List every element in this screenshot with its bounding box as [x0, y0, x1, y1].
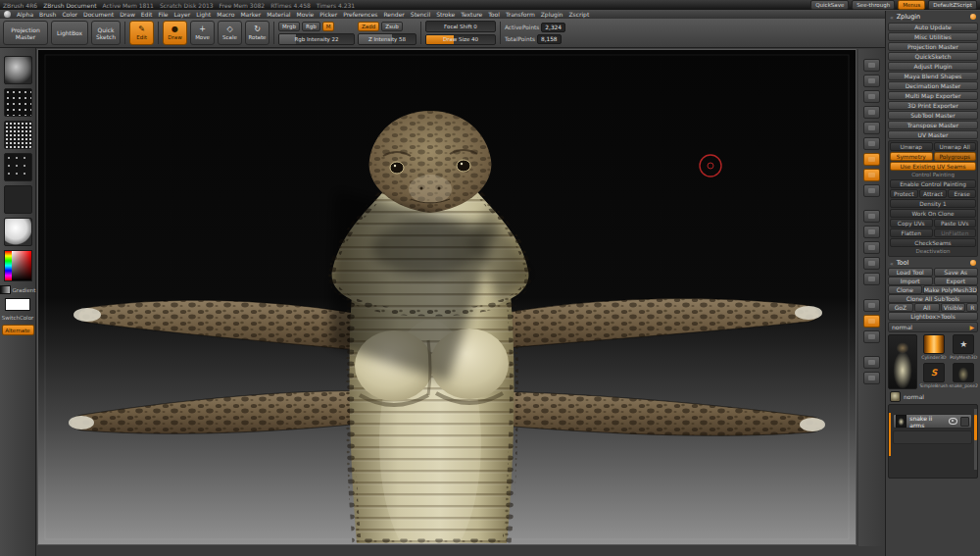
paste-uvs-button[interactable]: Paste UVs [934, 219, 977, 227]
polymesh3d-thumbnail[interactable]: ★ [953, 334, 974, 354]
quicksave-button[interactable]: QuickSave [810, 0, 849, 10]
menu-material[interactable]: Material [267, 11, 290, 18]
menu-preferences[interactable]: Preferences [343, 11, 377, 18]
rotate-mode-button[interactable]: ↻ Rotate [245, 21, 270, 45]
goz-button[interactable]: GoZ [888, 303, 913, 312]
draw-size-slider[interactable]: Draw Size 40 [425, 34, 496, 46]
menu-movie[interactable]: Movie [297, 11, 315, 18]
projection-master-button[interactable]: Projection Master [3, 21, 48, 45]
simplebrush-thumbnail[interactable]: S [923, 363, 945, 382]
zoom-in-icon[interactable] [863, 356, 880, 369]
menu-color[interactable]: Color [62, 11, 77, 18]
solo-icon[interactable] [863, 169, 880, 181]
rotate-doc-icon[interactable] [863, 330, 880, 343]
menu-document[interactable]: Document [83, 11, 114, 18]
zplugin-item-misc-utilities[interactable]: Misc Utilities [888, 32, 978, 41]
use-existing-uv-seams-button[interactable]: Use Existing UV Seams [890, 162, 976, 171]
spix-icon[interactable] [863, 75, 880, 87]
menu-light[interactable]: Light [196, 11, 211, 18]
enable-control-painting-button[interactable]: Enable Control Painting [890, 179, 976, 188]
zplugin-item-quicksketch[interactable]: QuickSketch [888, 52, 978, 61]
copy-uvs-button[interactable]: Copy UVs [890, 219, 933, 227]
zplugin-item-maya-blend-shapes[interactable]: Maya Blend Shapes [888, 72, 978, 80]
unflatten-button[interactable]: UnFlatten [934, 228, 977, 237]
lightbox-button[interactable]: LightBox [51, 21, 88, 45]
frame-icon[interactable] [863, 210, 880, 223]
focal-shift-slider[interactable]: Focal Shift 0 [425, 21, 496, 32]
cylinder3d-thumbnail[interactable] [923, 334, 945, 354]
visibility-eye-icon[interactable] [949, 418, 956, 425]
subtool-item-next[interactable] [893, 430, 972, 444]
bpr-icon[interactable] [863, 59, 880, 72]
menu-zplugin[interactable]: Zplugin [541, 11, 564, 18]
menu-layer[interactable]: Layer [174, 11, 191, 18]
gradient-swatch[interactable] [0, 285, 11, 294]
zplugin-item-projection-master[interactable]: Projection Master [888, 42, 978, 51]
menu-macro[interactable]: Macro [217, 11, 234, 18]
zplugin-item-3d-print-exporter[interactable]: 3D Print Exporter [888, 101, 978, 110]
export-button[interactable]: Export [934, 277, 979, 285]
brush-thumbnail[interactable] [4, 56, 32, 84]
stroke-thumbnail[interactable] [4, 88, 32, 117]
xpose-icon[interactable] [863, 184, 880, 197]
document-canvas[interactable] [37, 49, 857, 545]
lightbox-tools-button[interactable]: Lightbox>Tools [888, 312, 978, 321]
current-tool-row[interactable]: normal [888, 391, 978, 402]
alternate-button[interactable]: Alternate [2, 325, 34, 335]
goz-visible-button[interactable]: Visible [941, 303, 966, 312]
menus-button[interactable]: Menus [898, 0, 925, 10]
zsub-button[interactable]: Zsub [381, 22, 403, 31]
snake-pose2-thumbnail[interactable] [953, 363, 974, 382]
menu-stencil[interactable]: Stencil [411, 11, 430, 18]
save-as-button[interactable]: Save As [934, 268, 979, 277]
rgb-intensity-slider[interactable]: Rgb Intensity 22 [278, 33, 355, 45]
texture-thumbnail[interactable] [4, 185, 32, 214]
aa-half-icon[interactable] [863, 273, 880, 285]
rgb-button[interactable]: Rgb [302, 22, 320, 31]
scroll-icon[interactable] [863, 226, 880, 238]
zplugin-item-multi-map-exporter[interactable]: Multi Map Exporter [888, 91, 978, 100]
menu-texture[interactable]: Texture [461, 11, 482, 18]
menu-file[interactable]: File [158, 11, 168, 18]
zplugin-item-auto-update[interactable]: Auto Update [888, 23, 978, 31]
floor-icon[interactable] [863, 106, 880, 119]
m-button[interactable]: M [322, 22, 335, 31]
protect-button[interactable]: Protect [890, 189, 918, 198]
alpha-thumbnail-2[interactable] [4, 153, 32, 181]
see-through-slider[interactable]: See-through [852, 0, 895, 10]
alpha-thumbnail[interactable] [4, 121, 32, 149]
quick-pick-row[interactable]: normal ▶ [888, 322, 978, 332]
menu-alpha[interactable]: Alpha [17, 11, 33, 18]
subtool-polypaint-icon[interactable] [960, 417, 969, 427]
density-slider[interactable]: Density 1 [890, 199, 976, 208]
menu-render[interactable]: Render [383, 11, 404, 18]
local-sym-icon[interactable] [863, 122, 880, 134]
import-button[interactable]: Import [888, 277, 933, 285]
main-color-swatch[interactable] [5, 298, 30, 311]
ghost-icon[interactable] [863, 153, 880, 166]
zoom-icon[interactable] [863, 241, 880, 254]
actual-size-icon[interactable] [863, 257, 880, 270]
menu-transform[interactable]: Transform [506, 11, 535, 18]
color-picker[interactable] [4, 250, 32, 281]
switch-color-label[interactable]: SwitchColor [2, 315, 34, 321]
subtool-scrollbar[interactable] [974, 409, 977, 470]
perspective-icon[interactable] [863, 90, 880, 103]
mrgb-button[interactable]: Mrgb [278, 22, 300, 31]
menu-marker[interactable]: Marker [240, 11, 261, 18]
tool-palette-header[interactable]: « Tool [888, 258, 978, 268]
zoom-out-icon[interactable] [863, 372, 880, 384]
menu-brush[interactable]: Brush [39, 11, 56, 18]
unwrap-button[interactable]: Unwrap [890, 142, 933, 151]
check-seams-button[interactable]: CheckSeams [890, 238, 976, 247]
scale-mode-button[interactable]: ◇ Scale [218, 21, 242, 45]
attract-button[interactable]: Attract [919, 189, 948, 198]
menu-stroke[interactable]: Stroke [436, 11, 455, 18]
draw-mode-button[interactable]: ● Draw [163, 21, 187, 45]
erase-button[interactable]: Erase [948, 189, 976, 198]
z-intensity-slider[interactable]: Z Intensity 58 [358, 33, 416, 45]
goz-all-button[interactable]: All [914, 303, 940, 312]
r-button[interactable]: R [966, 303, 978, 312]
current-tool-thumbnail[interactable] [888, 334, 917, 389]
zplugin-item-adjust-plugin[interactable]: Adjust Plugin [888, 62, 978, 71]
